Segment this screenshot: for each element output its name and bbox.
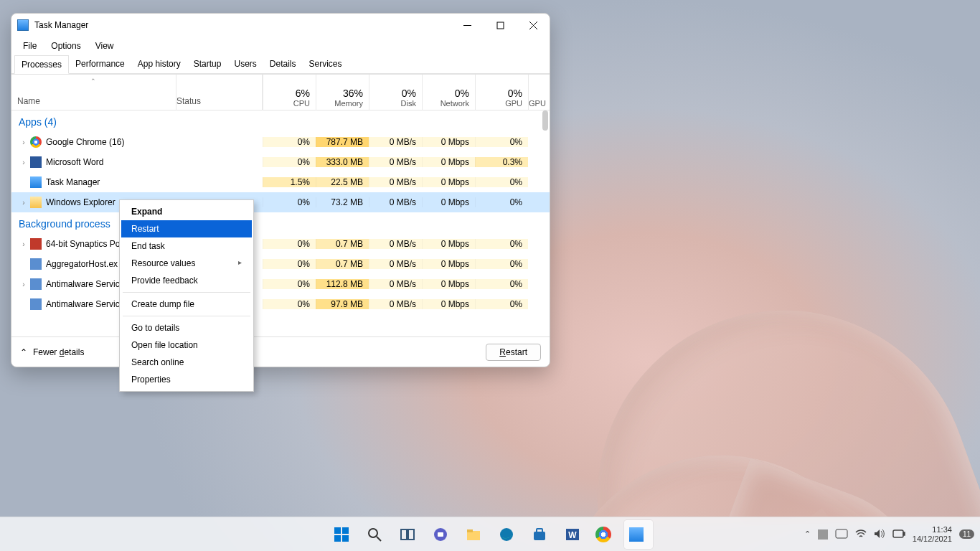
svg-text:W: W [568, 530, 577, 540]
system-tray: ⌃ 11:3414/12/2021 11 [804, 525, 974, 544]
ctx-end-task[interactable]: End task [121, 237, 252, 255]
col-disk[interactable]: 0%Disk [369, 75, 422, 110]
volume-icon[interactable] [874, 529, 885, 540]
svg-rect-1 [497, 22, 504, 29]
task-manager-icon [30, 176, 42, 188]
submenu-arrow-icon: ▸ [238, 258, 242, 268]
menu-view[interactable]: View [88, 38, 121, 54]
ctx-provide-feedback[interactable]: Provide feedback [121, 272, 252, 289]
chevron-right-icon[interactable]: › [17, 138, 30, 146]
tab-performance[interactable]: Performance [69, 55, 131, 73]
tab-services[interactable]: Services [303, 55, 349, 73]
ctx-resource-values[interactable]: Resource values▸ [121, 255, 252, 272]
task-manager-icon [17, 19, 29, 31]
restart-button[interactable]: Restart [486, 344, 541, 361]
group-apps[interactable]: Apps (4) [11, 110, 550, 132]
menu-file[interactable]: File [16, 38, 44, 54]
process-row[interactable]: ›Task Manager 1.5%22.5 MB0 MB/s0 Mbps0% [11, 172, 550, 192]
chevron-right-icon[interactable]: › [17, 281, 30, 288]
footer: ⌃ Fewer details Restart [11, 336, 550, 367]
process-row-selected[interactable]: ›Windows Explorer 0%73.2 MB0 MB/s0 Mbps0… [11, 192, 550, 212]
svg-rect-24 [903, 532, 905, 535]
col-gpu[interactable]: 0%GPU [475, 75, 528, 110]
word-button[interactable]: W [558, 520, 587, 549]
svg-rect-10 [401, 529, 407, 540]
process-grid: ⌃ Name Status 6%CPU 36%Memory 0%Disk 0%N… [11, 74, 550, 336]
separator [123, 292, 250, 293]
minimize-button[interactable] [451, 14, 484, 37]
process-row[interactable]: ›Google Chrome (16) 0%787.7 MB0 MB/s0 Mb… [11, 132, 550, 152]
ctx-expand[interactable]: Expand [121, 203, 252, 220]
col-network[interactable]: 0%Network [422, 75, 475, 110]
notification-badge[interactable]: 11 [959, 529, 974, 539]
ctx-go-to-details[interactable]: Go to details [121, 319, 252, 336]
task-view-button[interactable] [393, 520, 422, 549]
chat-button[interactable] [426, 520, 455, 549]
col-gpu-engine[interactable]: GPU [528, 75, 547, 110]
menu-options[interactable]: Options [44, 38, 88, 54]
tab-startup[interactable]: Startup [187, 55, 228, 73]
svg-rect-11 [408, 529, 414, 540]
tabbar: Processes Performance App history Startu… [11, 55, 550, 74]
wifi-icon[interactable] [855, 529, 867, 540]
ctx-properties[interactable]: Properties [121, 371, 252, 388]
ctx-restart[interactable]: Restart [121, 220, 252, 237]
column-headers: ⌃ Name Status 6%CPU 36%Memory 0%Disk 0%N… [11, 75, 550, 110]
tab-processes[interactable]: Processes [14, 55, 69, 74]
task-manager-taskbar-button[interactable] [624, 520, 653, 549]
start-button[interactable] [327, 520, 356, 549]
svg-rect-21 [836, 529, 847, 538]
chrome-icon [30, 136, 42, 148]
svg-rect-5 [342, 527, 349, 534]
process-row[interactable]: ›Antimalware Servic 0%97.9 MB0 MB/s0 Mbp… [11, 294, 550, 314]
ctx-create-dump[interactable]: Create dump file [121, 296, 252, 313]
group-background[interactable]: Background process [11, 212, 550, 234]
menubar: File Options View [11, 37, 550, 55]
store-button[interactable] [525, 520, 554, 549]
process-row[interactable]: ›AggregatorHost.ex 0%0.7 MB0 MB/s0 Mbps0… [11, 254, 550, 274]
edge-button[interactable] [492, 520, 521, 549]
tab-users[interactable]: Users [227, 55, 263, 73]
svg-marker-22 [875, 529, 880, 538]
task-manager-window: Task Manager File Options View Processes… [11, 13, 550, 367]
col-status[interactable]: Status [176, 75, 263, 110]
svg-rect-15 [467, 529, 473, 532]
svg-point-16 [500, 528, 513, 541]
svg-rect-13 [438, 532, 443, 537]
close-button[interactable] [517, 14, 550, 37]
titlebar[interactable]: Task Manager [11, 14, 550, 37]
keyboard-icon[interactable] [835, 529, 848, 540]
context-menu: Expand Restart End task Resource values▸… [119, 199, 254, 392]
chevron-right-icon[interactable]: › [17, 159, 30, 166]
col-memory[interactable]: 36%Memory [316, 75, 369, 110]
scrollbar-thumb[interactable] [542, 110, 548, 131]
chrome-button[interactable] [591, 520, 620, 549]
word-icon [30, 156, 42, 168]
battery-icon[interactable] [892, 529, 905, 540]
process-row[interactable]: ›64-bit Synaptics Po 0%0.7 MB0 MB/s0 Mbp… [11, 234, 550, 254]
explorer-icon [30, 197, 42, 208]
clock[interactable]: 11:3414/12/2021 [913, 525, 952, 544]
col-cpu[interactable]: 6%CPU [263, 75, 316, 110]
ctx-open-file-location[interactable]: Open file location [121, 336, 252, 354]
svg-rect-18 [537, 529, 542, 532]
generic-process-icon [30, 278, 42, 290]
process-row[interactable]: ›Antimalware Servic 0%112.8 MB0 MB/s0 Mb… [11, 274, 550, 294]
fewer-details-toggle[interactable]: ⌃ Fewer details [20, 347, 84, 357]
tray-chevron-icon[interactable]: ⌃ [804, 529, 811, 539]
synaptics-icon [30, 238, 42, 250]
separator [123, 316, 250, 316]
maximize-button[interactable] [484, 14, 517, 37]
process-row[interactable]: ›Microsoft Word 0%333.0 MB0 MB/s0 Mbps0.… [11, 152, 550, 172]
svg-rect-23 [893, 530, 903, 537]
generic-process-icon [30, 258, 42, 270]
chevron-right-icon[interactable]: › [17, 240, 30, 248]
tray-app-icon[interactable] [818, 529, 828, 540]
file-explorer-button[interactable] [459, 520, 488, 549]
tab-app-history[interactable]: App history [131, 55, 187, 73]
search-button[interactable] [360, 520, 389, 549]
tab-details[interactable]: Details [263, 55, 303, 73]
chevron-right-icon[interactable]: › [17, 199, 30, 207]
chevron-up-icon: ⌃ [20, 347, 27, 357]
ctx-search-online[interactable]: Search online [121, 354, 252, 371]
